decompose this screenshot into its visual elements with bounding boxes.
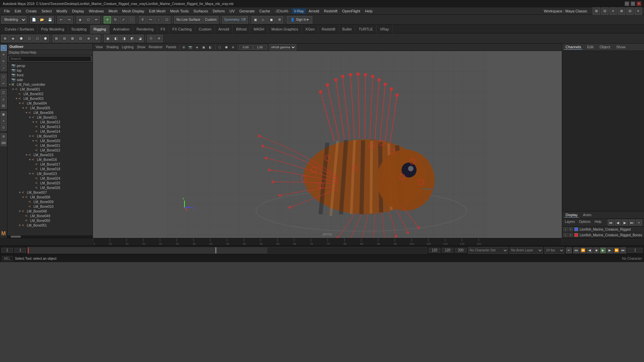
vp-coord-y[interactable] xyxy=(253,45,267,50)
save-icon[interactable]: 💾 xyxy=(46,16,54,23)
end-frame-input[interactable] xyxy=(442,248,453,253)
outliner-item-persp[interactable]: 📷 persp xyxy=(7,63,93,68)
viewport[interactable]: X Y persp xyxy=(93,51,562,238)
start-frame-input[interactable] xyxy=(1,248,13,253)
vp-view-menu[interactable]: View xyxy=(94,45,104,49)
outliner-display-menu[interactable]: Display xyxy=(9,51,20,54)
hide-icon[interactable]: ◫ xyxy=(1,89,7,95)
redo-icon[interactable]: ↪ xyxy=(65,16,73,23)
t2-icon8[interactable]: ⊟ xyxy=(61,35,68,42)
show-tab[interactable]: Show xyxy=(615,45,627,50)
outliner-item-bone048[interactable]: ▼ ≺ LM_Bone048 xyxy=(17,209,93,214)
outliner-item-bone011[interactable]: ▼ ≺ LM_Bone011 xyxy=(28,115,93,120)
layer-p-btn[interactable]: P xyxy=(569,227,573,231)
script-editor-icon[interactable]: ⌨ xyxy=(1,140,7,146)
symmetry-btn[interactable]: Symmetry: Off xyxy=(222,16,248,23)
tab-rigging[interactable]: Rigging xyxy=(90,25,110,34)
tab-sculpting[interactable]: Sculpting xyxy=(68,25,90,34)
no-character-set-dropdown[interactable]: No Character Set xyxy=(468,247,508,254)
t2-icon3[interactable]: ⬟ xyxy=(17,35,25,42)
menu-edit[interactable]: Edit xyxy=(13,8,23,14)
menu-vray[interactable]: V-Ray xyxy=(292,8,306,14)
mode-dropdown[interactable]: Modeling Rigging Animation xyxy=(1,16,26,23)
new-file-icon[interactable]: 📄 xyxy=(30,16,38,23)
t2-icon15[interactable]: ◨ xyxy=(120,35,127,42)
t2-icon16[interactable]: ◩ xyxy=(128,35,136,42)
custom-btn[interactable]: Custom xyxy=(203,16,218,23)
anim-subtab[interactable]: Anim xyxy=(582,213,593,218)
outliner-item-top[interactable]: 📷 top xyxy=(7,68,93,73)
vp-show-menu[interactable]: Show xyxy=(136,45,147,49)
outliner-item-bone003[interactable]: ▼ ≺ LM_Bone003 xyxy=(14,96,93,101)
range-end-input[interactable] xyxy=(429,248,440,253)
go-end-btn[interactable]: ⏭ xyxy=(620,247,626,253)
t2-icon10[interactable]: ⊡ xyxy=(77,35,84,42)
tab-arnold[interactable]: Arnold xyxy=(215,25,233,34)
play-btn[interactable]: ▶ xyxy=(600,247,606,253)
workspace-icon-6[interactable]: ≡ xyxy=(635,7,642,15)
outliner-item-bone019[interactable]: ▼ ≺ LM_Bone019 xyxy=(28,134,93,138)
no-anim-layer-dropdown[interactable]: No Anim Layer xyxy=(509,247,543,254)
layer-btn-4[interactable]: ⏭ xyxy=(629,220,635,226)
t2-icon13[interactable]: ▣ xyxy=(104,35,111,42)
layer-v-btn[interactable]: V xyxy=(564,227,568,231)
loop-btn[interactable]: ↩ xyxy=(566,247,572,253)
outliner-item-bone051[interactable]: ▼ ≺ LM_Bone051 xyxy=(17,223,93,228)
step-fwd-btn[interactable]: ▶ xyxy=(607,247,613,253)
t2-icon2[interactable]: ◈ xyxy=(9,35,17,42)
render-setup-icon[interactable]: ▣ xyxy=(1,111,7,117)
node-editor-icon[interactable]: ⊞ xyxy=(1,133,7,139)
transform-icon[interactable]: ⬛ xyxy=(128,16,135,23)
timeline-icon[interactable]: ⏱ xyxy=(1,125,7,131)
menu-cache[interactable]: Cache xyxy=(257,8,272,14)
select-icon[interactable]: ◈ xyxy=(76,16,84,23)
outliner-item-bone001[interactable]: ▼ ≺ LM_Bone001 xyxy=(11,87,93,92)
rotate-icon[interactable]: ↻ xyxy=(112,16,119,23)
lasso-tool-icon[interactable]: ⬡ xyxy=(1,74,7,80)
outliner-item-bone004[interactable]: ▼ ≺ LM_Bone004 xyxy=(17,101,93,106)
tab-animation[interactable]: Animation xyxy=(110,25,133,34)
tab-redshift[interactable]: Redshift xyxy=(318,25,339,34)
outliner-item-bone009[interactable]: ≺ LM_Bone009 xyxy=(24,199,93,204)
layer-btn-1[interactable]: ⏮ xyxy=(608,220,614,226)
vp-wireframe-icon[interactable]: ⬡ xyxy=(217,44,223,50)
workspace-icon-2[interactable]: ⊟ xyxy=(601,7,608,15)
tab-curves-surfaces[interactable]: Curves / Surfaces xyxy=(1,25,38,34)
mel-label[interactable]: MEL xyxy=(2,256,12,261)
outliner-item-bone012[interactable]: ▼ ≺ LM_Bone012 xyxy=(31,120,93,124)
outliner-item-bone008[interactable]: ▼ ≺ LM_Bone008 xyxy=(21,195,93,199)
undo-icon[interactable]: ↩ xyxy=(57,16,65,23)
vp-grid-icon[interactable]: ⊞ xyxy=(181,44,187,50)
outliner-item-bone007[interactable]: ▼ ≺ LM_Bone007 xyxy=(17,190,93,195)
t2-icon14[interactable]: ◧ xyxy=(112,35,119,42)
display-icon[interactable]: ◬ xyxy=(1,96,7,102)
stop-btn[interactable]: ■ xyxy=(593,247,599,253)
snap-curve-icon[interactable]: 〜 xyxy=(147,16,154,23)
tab-xgen[interactable]: XGen xyxy=(302,25,318,34)
vp-display-icon[interactable]: ▣ xyxy=(201,44,207,50)
vp-camera-icon[interactable]: 📷 xyxy=(187,44,194,50)
outliner-item-bone014[interactable]: ≺ LM_Bone014 xyxy=(31,129,93,134)
tab-fx[interactable]: FX xyxy=(157,25,169,34)
stop-icon[interactable]: ◼ xyxy=(268,16,275,23)
tab-poly-modeling[interactable]: Poly Modeling xyxy=(38,25,68,34)
outliner-item-bone050[interactable]: ≺ LM_Bone050 xyxy=(21,218,93,223)
t2-icon17[interactable]: ◪ xyxy=(136,35,144,42)
tab-custom[interactable]: Custom xyxy=(195,25,215,34)
t2-icon5[interactable]: ⬡ xyxy=(34,35,41,42)
t2-icon12[interactable]: ⊗ xyxy=(93,35,100,42)
outliner-search-input[interactable] xyxy=(9,56,91,62)
group-icon[interactable]: ▤ xyxy=(1,103,7,109)
outliner-item-bone015[interactable]: ▼ ≺ LM_Bone015 xyxy=(24,153,93,157)
outliner-item-bone016[interactable]: ▼ ≺ LM_Bone016 xyxy=(28,157,93,162)
layer-btn-5[interactable]: + xyxy=(636,220,642,226)
layer-btn-2[interactable]: ◀ xyxy=(615,220,621,226)
outliner-item-bone005[interactable]: ▼ ≺ LM_Bone005 xyxy=(21,106,93,110)
open-icon[interactable]: 📂 xyxy=(38,16,46,23)
menu-mesh-tools[interactable]: Mesh Tools xyxy=(168,8,191,14)
outliner-hscroll[interactable] xyxy=(7,235,93,238)
layer-v-btn-2[interactable]: V xyxy=(564,233,568,237)
tab-mash[interactable]: MASH xyxy=(250,25,268,34)
outliner-item-side[interactable]: 📷 side xyxy=(7,77,93,82)
snap-grid-icon[interactable]: # xyxy=(139,16,146,23)
